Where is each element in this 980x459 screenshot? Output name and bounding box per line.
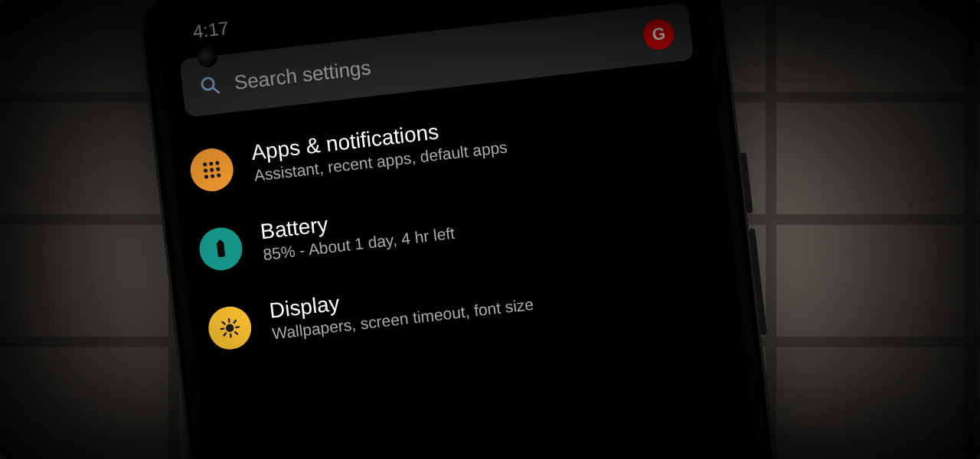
svg-rect-12: [218, 240, 222, 243]
svg-point-13: [225, 324, 234, 333]
search-icon: [198, 73, 222, 97]
svg-line-19: [235, 332, 237, 334]
screen: 4:17 Search settings G: [155, 0, 825, 459]
svg-line-1: [213, 87, 219, 93]
svg-point-5: [204, 168, 208, 173]
svg-point-4: [215, 161, 220, 165]
svg-point-10: [217, 173, 221, 177]
svg-point-8: [204, 174, 209, 179]
svg-point-9: [211, 174, 215, 178]
svg-point-6: [210, 168, 214, 172]
svg-rect-11: [217, 242, 226, 258]
svg-point-7: [216, 167, 220, 171]
svg-line-18: [223, 322, 225, 324]
apps-icon: [188, 146, 236, 194]
svg-line-20: [234, 321, 236, 323]
battery-item-icon: [197, 225, 244, 272]
clock: 4:17: [192, 18, 230, 43]
display-icon: [206, 304, 253, 352]
svg-point-3: [209, 161, 214, 166]
svg-point-2: [203, 162, 207, 167]
profile-avatar[interactable]: G: [642, 18, 675, 51]
svg-line-21: [224, 333, 226, 335]
